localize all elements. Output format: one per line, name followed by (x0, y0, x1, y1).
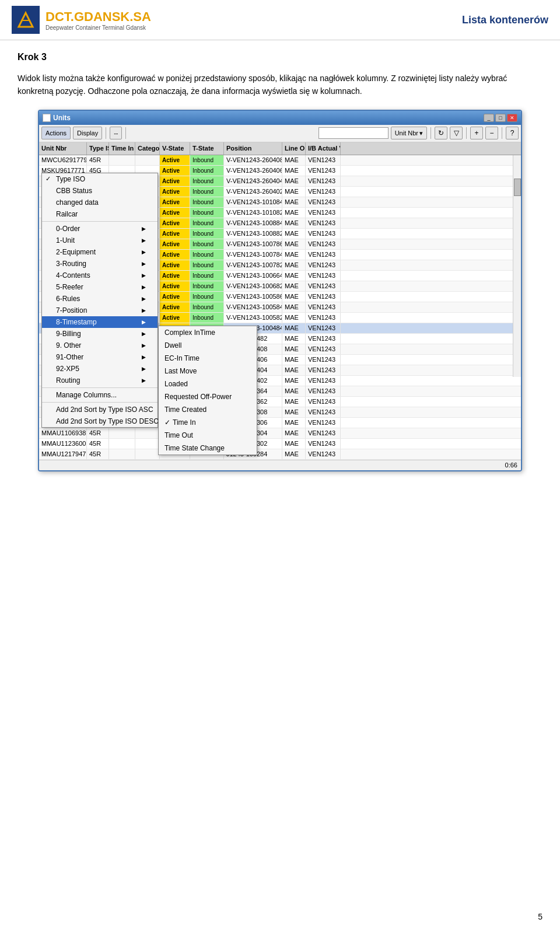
menu-91-other[interactable]: 91-Other ▶ (42, 351, 158, 363)
close-button[interactable]: ✕ (507, 114, 517, 122)
menu-9-billing[interactable]: 9-Billing ▶ (42, 328, 158, 340)
table-row[interactable]: MMAU110693845RJ1243-100304MAEVEN1243 (39, 428, 521, 439)
table-cell: VEN1243 (306, 250, 341, 260)
minimize-button[interactable]: _ (484, 114, 494, 122)
ts-dwell[interactable]: Dwell (159, 339, 257, 352)
actions-button[interactable]: Actions (41, 127, 71, 139)
menu-4-contents[interactable]: 4-Contents ▶ (42, 270, 158, 281)
arrow-5-reefer: ▶ (142, 284, 146, 290)
table-cell (135, 155, 160, 165)
ts-time-in[interactable]: ✓ Time In (159, 416, 257, 429)
table-cell: VEN1243 (306, 334, 341, 344)
table-cell: VEN1243 (306, 323, 341, 333)
col-position[interactable]: Position (224, 142, 282, 155)
menu-4-contents-label: 4-Contents (56, 271, 90, 279)
ts-complex-intime[interactable]: Complex InTime (159, 326, 257, 339)
col-line-op[interactable]: Line Op (282, 142, 306, 155)
table-cell: MAE (282, 397, 306, 407)
menu-7-position[interactable]: 7-Position ▶ (42, 305, 158, 316)
table-cell: Inbound (190, 250, 224, 260)
table-cell: MMAU1217947 (39, 449, 87, 459)
help-button[interactable]: ? (506, 127, 519, 139)
ts-last-move[interactable]: Last Move (159, 365, 257, 378)
col-time-in[interactable]: Time In (109, 142, 135, 155)
menu-railcar[interactable]: Railcar (42, 208, 158, 220)
table-cell (135, 428, 160, 438)
menu-92-xp5[interactable]: 92-XP5 ▶ (42, 363, 158, 375)
page-title: Lista kontenerów (462, 14, 548, 26)
arrow-routing: ▶ (142, 378, 146, 383)
menu-3-routing[interactable]: 3-Routing ▶ (42, 258, 158, 270)
minus-button[interactable]: − (485, 127, 498, 139)
table-cell: MAE (282, 323, 306, 333)
menu-sort-asc[interactable]: Add 2nd Sort by Type ISO ASC (42, 404, 158, 415)
table-cell: VEN1243 (306, 166, 341, 176)
menu-8-timestamp[interactable]: 8-Timestamp ▶ (42, 316, 158, 328)
table-cell: Inbound (190, 292, 224, 302)
table-cell: VEN1243 (306, 176, 341, 186)
table-cell: V-VEN1243-100784 (224, 250, 282, 260)
ts-time-created[interactable]: Time Created (159, 403, 257, 416)
arrow-9-billing: ▶ (142, 331, 146, 337)
col-category[interactable]: Category (135, 142, 160, 155)
table-cell (109, 439, 135, 449)
table-cell (109, 449, 135, 459)
ts-requested-off-power[interactable]: Requested Off-Power (159, 390, 257, 403)
table-cell: MAE (282, 250, 306, 260)
separator-btn[interactable]: -- (110, 127, 122, 139)
col-ib-visit[interactable]: I/B Actual Visit (306, 142, 341, 155)
col-unit-nbr[interactable]: Unit Nbr (39, 142, 87, 155)
search-input[interactable] (318, 127, 388, 139)
ts-loaded[interactable]: Loaded (159, 378, 257, 390)
scrollbar[interactable] (513, 155, 521, 377)
menu-routing[interactable]: Routing ▶ (42, 375, 158, 386)
menu-5-reefer[interactable]: 5-Reefer ▶ (42, 281, 158, 293)
ts-time-state-change[interactable]: Time State Change (159, 442, 257, 455)
table-cell: VEN1243 (306, 313, 341, 323)
table-cell: MAE (282, 365, 306, 375)
col-t-state[interactable]: T-State (190, 142, 224, 155)
menu-0-order[interactable]: 0-Order ▶ (42, 223, 158, 235)
context-menu-layer: ✓ Type ISO CBB Status changed data Railc… (41, 173, 158, 428)
table-cell: Inbound (190, 271, 224, 281)
menu-2-equipment[interactable]: 2-Equipment ▶ (42, 246, 158, 258)
app-window: Units _ □ ✕ Actions Display -- (38, 110, 522, 471)
table-row[interactable]: MMAU121794745RJ1243-100284MAEVEN1243 (39, 449, 521, 460)
unit-nbr-dropdown[interactable]: Unit Nbr ▾ (391, 127, 427, 139)
ts-time-out[interactable]: Time Out (159, 429, 257, 442)
table-cell: V-VEN1243-100782 (224, 260, 282, 270)
app-toolbar: Actions Display -- Unit Nbr ▾ ↻ ▽ + − ? (39, 125, 521, 142)
col-v-state[interactable]: V-State (160, 142, 190, 155)
table-cell: V-VEN1243-101084 (224, 197, 282, 207)
table-cell: V-VEN1243-260406 (224, 166, 282, 176)
menu-6-rules[interactable]: 6-Rules ▶ (42, 293, 158, 305)
table-row[interactable]: MMAU112360045RJ1243-100302MAEVEN1243 (39, 439, 521, 449)
maximize-button[interactable]: □ (495, 114, 506, 122)
col-type-iso[interactable]: Type ISO (87, 142, 109, 155)
table-cell (135, 439, 160, 449)
table-cell: MAE (282, 439, 306, 449)
ts-ec-in-time[interactable]: EC-In Time (159, 352, 257, 365)
menu-manage-columns[interactable]: Manage Columns... (42, 389, 158, 401)
menu-type-iso[interactable]: ✓ Type ISO (42, 173, 158, 185)
menu-cbb-status[interactable]: CBB Status (42, 185, 158, 197)
menu-91-other-label: 91-Other (56, 353, 83, 361)
table-cell: MAE (282, 355, 306, 365)
menu-9-other[interactable]: 9. Other ▶ (42, 340, 158, 351)
table-cell: Active (160, 166, 190, 176)
menu-sort-desc[interactable]: Add 2nd Sort by Type ISO DESC (42, 415, 158, 427)
refresh-button[interactable]: ↻ (435, 127, 447, 139)
table-cell: MAE (282, 197, 306, 207)
menu-changed-data[interactable]: changed data (42, 197, 158, 208)
table-cell: MAE (282, 334, 306, 344)
add-button[interactable]: + (470, 127, 483, 139)
table-row[interactable]: MWCU629177945RActiveInboundV-VEN1243-260… (39, 155, 521, 166)
table-cell: Active (160, 197, 190, 207)
table-cell: MAE (282, 428, 306, 438)
scrollbar-thumb[interactable] (514, 179, 521, 196)
titlebar-buttons[interactable]: _ □ ✕ (484, 114, 517, 122)
filter-button[interactable]: ▽ (450, 127, 463, 139)
menu-1-unit[interactable]: 1-Unit ▶ (42, 235, 158, 246)
table-cell: Inbound (190, 187, 224, 197)
display-button[interactable]: Display (73, 127, 102, 139)
